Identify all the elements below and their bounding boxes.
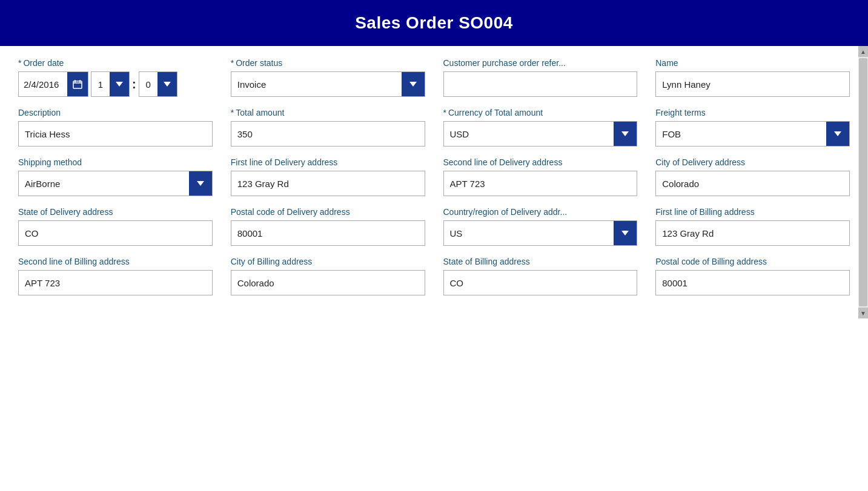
- label-billing-state: State of Billing address: [443, 257, 638, 266]
- group-billing-state: State of Billing address: [443, 257, 656, 295]
- delivery-country-input[interactable]: [444, 221, 614, 245]
- time-box: :: [91, 71, 177, 97]
- group-currency: *Currency of Total amount: [443, 108, 656, 147]
- date-input-box: [18, 71, 88, 97]
- calendar-button[interactable]: [67, 72, 88, 96]
- label-order-status: *Order status: [231, 58, 425, 68]
- freight-terms-input[interactable]: [656, 122, 826, 146]
- label-billing-line1: First line of Billing address: [655, 207, 850, 217]
- page-header: Sales Order SO004: [0, 0, 868, 46]
- order-date-input[interactable]: [19, 72, 67, 96]
- billing-postal-input[interactable]: [655, 270, 850, 295]
- label-order-date: *Order date: [18, 58, 213, 68]
- label-freight-terms: Freight terms: [655, 108, 850, 117]
- billing-city-input[interactable]: [231, 270, 425, 295]
- time-colon: :: [132, 77, 136, 91]
- currency-input[interactable]: [444, 122, 614, 146]
- currency-wrapper: [443, 121, 638, 147]
- total-amount-input[interactable]: [231, 121, 425, 147]
- delivery-city-input[interactable]: [655, 171, 850, 196]
- hour-dropdown-btn[interactable]: [110, 72, 129, 96]
- label-billing-line2: Second line of Billing address: [18, 257, 213, 266]
- group-freight-terms: Freight terms: [655, 108, 850, 147]
- delivery-country-dropdown-btn[interactable]: [614, 221, 637, 245]
- group-description: Description: [18, 108, 231, 147]
- label-delivery-line2: Second line of Delivery address: [443, 157, 638, 167]
- minute-spinner: [139, 71, 177, 97]
- group-delivery-line1: First line of Delivery address: [231, 157, 443, 196]
- delivery-line1-input[interactable]: [231, 171, 425, 196]
- group-delivery-country: Country/region of Delivery addr...: [443, 207, 656, 246]
- label-delivery-line1: First line of Delivery address: [231, 157, 425, 167]
- label-delivery-city: City of Delivery address: [655, 157, 850, 167]
- group-delivery-line2: Second line of Delivery address: [443, 157, 656, 196]
- scrollbar-up-arrow[interactable]: ▲: [858, 46, 868, 57]
- order-status-input[interactable]: [231, 72, 402, 96]
- label-description: Description: [18, 108, 213, 117]
- label-name: Name: [655, 58, 850, 68]
- hour-input[interactable]: [91, 72, 110, 96]
- billing-line2-input[interactable]: [18, 270, 213, 295]
- delivery-country-wrapper: [443, 220, 638, 246]
- group-customer-po: Customer purchase order refer...: [443, 58, 656, 97]
- order-date-wrapper: :: [18, 71, 213, 97]
- label-delivery-state: State of Delivery address: [18, 207, 213, 217]
- shipping-method-dropdown-btn[interactable]: [189, 171, 212, 196]
- group-billing-postal: Postal code of Billing address: [655, 257, 850, 295]
- group-billing-line1: First line of Billing address: [655, 207, 850, 246]
- shipping-method-wrapper: [18, 171, 213, 196]
- required-star-order-date: *: [18, 58, 21, 68]
- label-total-amount: *Total amount: [231, 108, 425, 117]
- group-delivery-postal: Postal code of Delivery address: [231, 207, 443, 246]
- customer-po-input[interactable]: [443, 71, 638, 97]
- label-shipping-method: Shipping method: [18, 157, 213, 167]
- svg-rect-0: [73, 81, 82, 88]
- form-row-2: Description *Total amount *Currency of T…: [18, 108, 850, 147]
- group-shipping-method: Shipping method: [18, 157, 231, 196]
- group-delivery-state: State of Delivery address: [18, 207, 231, 246]
- label-delivery-country: Country/region of Delivery addr...: [443, 207, 638, 217]
- order-status-wrapper: [231, 71, 425, 97]
- label-billing-postal: Postal code of Billing address: [655, 257, 850, 266]
- form-area: *Order date: [0, 46, 868, 318]
- group-billing-city: City of Billing address: [231, 257, 443, 295]
- minute-dropdown-btn[interactable]: [157, 72, 177, 96]
- billing-line1-input[interactable]: [655, 220, 850, 246]
- scrollbar-thumb[interactable]: [859, 58, 867, 306]
- description-input[interactable]: [18, 121, 213, 147]
- group-billing-line2: Second line of Billing address: [18, 257, 231, 295]
- page-title: Sales Order SO004: [355, 13, 513, 32]
- form-row-1: *Order date: [18, 58, 850, 97]
- hour-spinner: [91, 71, 130, 97]
- freight-terms-dropdown-btn[interactable]: [826, 122, 849, 146]
- label-delivery-postal: Postal code of Delivery address: [231, 207, 425, 217]
- form-row-3: Shipping method First line of Delivery a…: [18, 157, 850, 196]
- currency-dropdown-btn[interactable]: [614, 122, 637, 146]
- delivery-state-input[interactable]: [18, 220, 213, 246]
- delivery-postal-input[interactable]: [231, 220, 425, 246]
- scrollbar: ▲ ▼: [858, 46, 868, 318]
- label-billing-city: City of Billing address: [231, 257, 425, 266]
- shipping-method-input[interactable]: [19, 171, 189, 196]
- group-name: Name: [655, 58, 850, 97]
- group-order-date: *Order date: [18, 58, 231, 97]
- scrollbar-down-arrow[interactable]: ▼: [858, 308, 868, 318]
- freight-terms-wrapper: [655, 121, 850, 147]
- label-currency: *Currency of Total amount: [443, 108, 638, 117]
- group-delivery-city: City of Delivery address: [655, 157, 850, 196]
- group-order-status: *Order status: [231, 58, 443, 97]
- form-row-4: State of Delivery address Postal code of…: [18, 207, 850, 246]
- name-input[interactable]: [655, 71, 850, 97]
- billing-state-input[interactable]: [443, 270, 638, 295]
- minute-input[interactable]: [139, 72, 157, 96]
- label-customer-po: Customer purchase order refer...: [443, 58, 638, 68]
- order-status-dropdown-btn[interactable]: [402, 72, 425, 96]
- form-row-5: Second line of Billing address City of B…: [18, 257, 850, 295]
- group-total-amount: *Total amount: [231, 108, 443, 147]
- delivery-line2-input[interactable]: [443, 171, 638, 196]
